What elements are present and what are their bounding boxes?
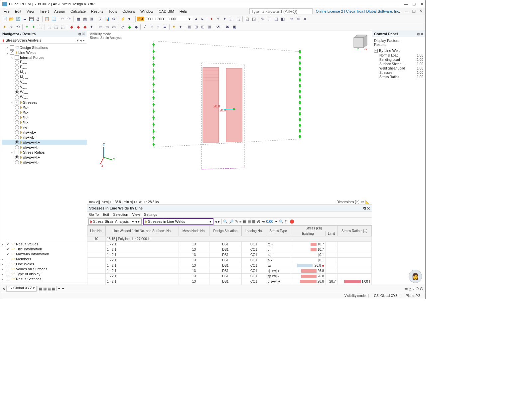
bt2-icon[interactable]: ▦ [43,287,47,291]
b16-icon[interactable]: ⊞ [193,24,199,30]
ruler-icon[interactable]: 📐 [365,200,369,204]
tp-next-icon[interactable]: ▸ [218,219,220,224]
b12-icon[interactable]: ≡ [149,24,155,30]
pin-icon[interactable]: ⧉ ✕ [78,32,85,36]
close-button[interactable]: ✕ [420,2,423,6]
t6-icon[interactable]: ◲ [251,16,257,22]
license-info[interactable]: Online License 2 | Cisca Tjoa | Dlubal S… [314,9,402,14]
next-icon[interactable]: ▸ [200,16,205,22]
b11-icon[interactable]: ◆ [133,24,139,30]
menu-edit[interactable]: Edit [13,9,23,14]
bt-shape3-icon[interactable]: ○ [412,287,415,291]
cp-row[interactable]: Weld Shear Load1.00 [372,66,425,70]
tpi13-icon[interactable]: ⬚ [285,219,288,224]
t1-icon[interactable]: ✧ [215,16,221,22]
tpi9-icon[interactable]: ⇥ [262,219,265,224]
menu-cad-bim[interactable]: CAD-BIM [157,9,176,14]
t4-icon[interactable]: ⬚ [235,16,241,22]
coord-combo[interactable]: 1 - Global XYZ ▾ [6,286,37,292]
gear-icon[interactable]: ⚙ [111,16,117,22]
minimize-button[interactable]: — [404,2,408,6]
r2-icon[interactable]: ◆ [75,24,81,30]
t9-icon[interactable]: ◧ [280,16,286,22]
view2-icon[interactable]: ▤ [82,16,88,22]
lightning-icon[interactable]: ⚡ [120,16,126,22]
cp-row[interactable]: Bending Load1.00 [372,58,425,62]
t2-icon[interactable]: ✦ [222,16,228,22]
tpi2-icon[interactable]: 🔎 [229,219,234,224]
menu-file[interactable]: File [2,9,12,14]
tpi8-icon[interactable]: 🖨 [257,219,260,223]
bt-shape2-icon[interactable]: △ [409,287,411,291]
b18-icon[interactable]: ⊞ [206,24,212,30]
t8-icon[interactable]: ⬚ [266,16,272,22]
child-close-icon[interactable]: ✕ [418,9,424,14]
tpi10-icon[interactable]: 0.00 [266,219,273,223]
dropdown-icon[interactable]: ▾ [126,16,132,22]
child-restore-icon[interactable]: ❐ [411,9,417,14]
view3-icon[interactable]: ⊞ [88,16,94,22]
b5-icon[interactable]: ⬚ [53,24,59,30]
b3-icon[interactable]: ⬚ [37,24,43,30]
t11-icon[interactable]: ⤩ [302,16,308,22]
load-combo[interactable]: 2.3 CO1 1.20D + 1.60L ▾ [135,16,192,22]
g2-icon[interactable]: ✦ [31,24,37,30]
new-icon[interactable]: 📄 [2,16,8,22]
results-tree[interactable]: ›⬚Design Situations ⌄✓◗Line Welds ⌄Inter… [0,44,87,240]
xmark-icon[interactable]: ✖ [224,24,230,30]
b15-icon[interactable]: ✦ [178,24,184,30]
tp-menu-go-to[interactable]: Go To [89,212,99,216]
eye-icon[interactable]: 👁 [215,24,221,30]
rect-icon[interactable]: ▭ [97,24,103,30]
menu-insert[interactable]: Insert [38,9,51,14]
view1-icon[interactable]: ▦ [75,16,81,22]
calc-icon[interactable]: ∑ [97,16,103,22]
r1-icon[interactable]: ◆ [68,24,74,30]
axes-icon[interactable]: ⤧ [289,16,295,22]
child-minimize-icon[interactable]: — [403,9,410,13]
b14-icon[interactable]: ≣ [162,24,168,30]
b4-icon[interactable]: ⬚ [46,24,52,30]
menu-calculate[interactable]: Calculate [68,9,88,14]
tpi3-icon[interactable]: ✎ [235,219,238,224]
tpi6-icon[interactable]: ▤ [247,219,251,224]
nav-analysis-combo[interactable]: ◗ Stress-Strain Analysis ▾ ◂ ▸ [0,37,87,44]
nav-bottom-tree[interactable]: ›✓〰Result Values✓〰Title Information✓〰Max… [0,240,87,283]
menu-view[interactable]: View [25,9,37,14]
doc-icon[interactable]: 📃 [51,16,57,22]
box-icon[interactable]: ▣ [231,24,237,30]
menu-tools[interactable]: Tools [106,9,119,14]
chart-icon[interactable]: 📊 [104,16,110,22]
b8-icon[interactable]: ▭ [104,24,110,30]
bt1-icon[interactable]: ▦ [39,287,42,291]
tpi14-icon[interactable]: 🔴 [290,219,294,224]
g3-icon[interactable]: ◆ [126,24,132,30]
cp-pin-icon[interactable]: ⧉ ✕ [417,32,423,36]
b17-icon[interactable]: ⊞ [200,24,206,30]
undo-icon[interactable]: ↶ [60,16,66,22]
tpi7-icon[interactable]: ▥ [252,219,255,224]
tp-pin-icon[interactable]: ⧉ ✕ [363,206,370,210]
tpi12-icon[interactable]: 🔍 [279,219,284,224]
search-input[interactable] [249,8,313,14]
line-icon[interactable]: ∕ [142,24,148,30]
table-combo-type[interactable]: ◗ Stresses in Line Welds▾ [143,218,213,225]
table-combo-analysis[interactable]: ◗ Stress-Strain Analysis▾ ◂ ▸ [88,218,142,225]
cp-group[interactable]: By Line Weld [379,49,401,53]
r3-icon[interactable]: ◆ [82,24,88,30]
cloud-icon[interactable]: ☁ [22,16,28,22]
sync-icon[interactable]: 🔄 [15,16,21,22]
bt5-icon[interactable]: ✦ [58,287,61,291]
cp-row[interactable]: Normal Load1.00 [372,53,425,58]
cp-row[interactable]: Stresses1.00 [372,70,425,75]
menu-window[interactable]: Window [138,9,155,14]
bt-shape5-icon[interactable]: ⬡ [420,287,423,291]
view-cube[interactable]: +Y-X [350,34,368,52]
tp-menu-selection[interactable]: Selection [113,212,128,216]
tpi1-icon[interactable]: 🔍 [223,219,228,224]
open-icon[interactable]: 📂 [8,16,14,22]
bt6-icon[interactable]: ✦ [62,287,65,291]
bt-coord-icon[interactable]: ⤧ [2,287,5,291]
bt4-icon[interactable]: ▦ [52,287,55,291]
cp-row[interactable]: Stress Ratios1.00 [372,75,425,79]
